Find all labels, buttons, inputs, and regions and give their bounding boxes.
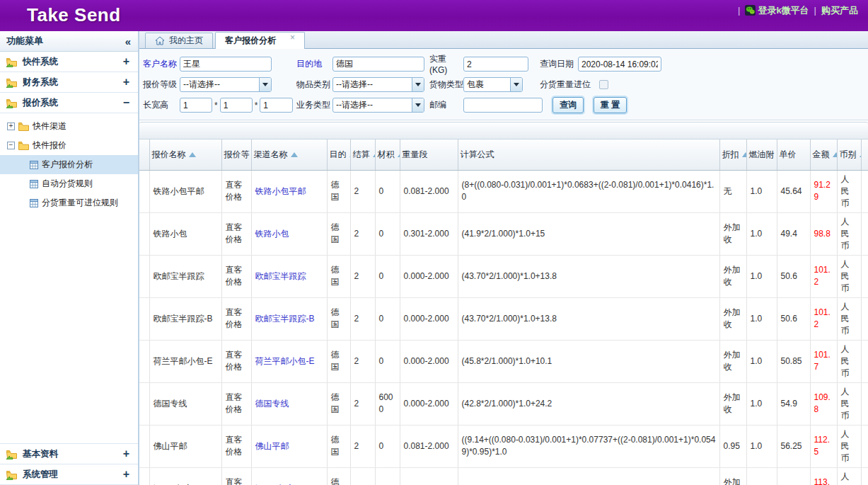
expand-plus-icon[interactable]: + xyxy=(123,57,129,66)
cell-unit_price: 50.6 xyxy=(777,297,810,340)
destination-input[interactable] xyxy=(332,57,424,72)
reset-button[interactable]: 重 置 xyxy=(594,97,627,113)
query-date-label: 查询日期 xyxy=(540,58,578,70)
sidebar-item-自动分货规则[interactable]: 自动分货规则 xyxy=(0,174,138,193)
destination-label[interactable]: 目的地 xyxy=(296,58,332,70)
column-header-金额[interactable]: 金额 xyxy=(810,139,837,170)
height-input[interactable] xyxy=(260,98,293,113)
cell-amount: 113.98 xyxy=(810,467,837,485)
sidebar-section-label: 基本资料 xyxy=(23,448,58,460)
table-row[interactable]: 江西E邮宝直客价格江西E邮宝德国200.500-2.000((60*2/1.00… xyxy=(139,467,868,485)
channel-link[interactable]: 铁路小包 xyxy=(255,229,289,239)
sidebar-item-客户报价分析[interactable]: 客户报价分析 xyxy=(0,155,138,174)
cell-discount: 外加收 xyxy=(719,382,746,425)
column-header-结算[interactable]: 结算 xyxy=(350,139,375,170)
tab-我的主页[interactable]: 我的主页 xyxy=(145,33,213,48)
channel-link[interactable]: 德国专线 xyxy=(255,399,289,409)
app-window: Take Send |登录k微平台|购买产品 功能菜单 « 快件系统+财务系统+… xyxy=(0,0,868,485)
cell-volume: 0 xyxy=(375,212,400,255)
cell-fuel: 1.0 xyxy=(746,212,777,255)
cell-blank xyxy=(861,382,868,425)
wechat-icon xyxy=(745,5,756,16)
table-row[interactable]: 铁路小包平邮直客价格铁路小包平邮德国200.081-2.000(8+((0.08… xyxy=(139,170,868,212)
sort-asc-icon[interactable] xyxy=(742,152,747,157)
search-button[interactable]: 查询 xyxy=(552,97,584,113)
sort-asc-icon[interactable] xyxy=(373,152,376,157)
tree-collapse-icon[interactable]: − xyxy=(7,142,15,149)
cell-channel: 铁路小包平邮 xyxy=(251,170,327,212)
collapse-minus-icon[interactable]: − xyxy=(123,98,129,107)
cell-fuel: 1.0 xyxy=(746,340,777,382)
sidebar-item-快件渠道[interactable]: +快件渠道 xyxy=(0,117,138,136)
cell-currency: 人民币 xyxy=(837,297,861,340)
column-header-渠道名称[interactable]: 渠道名称 xyxy=(251,139,327,170)
length-input[interactable] xyxy=(180,98,212,113)
cell-destination: 德国 xyxy=(327,255,350,297)
cell-currency: 人民币 xyxy=(837,212,861,255)
cell-discount: 0.95 xyxy=(719,425,746,467)
sidebar-section-报价系统[interactable]: 报价系统− xyxy=(0,93,138,113)
sort-asc-icon[interactable] xyxy=(398,152,400,157)
channel-link[interactable]: 荷兰平邮小包-E xyxy=(255,356,315,366)
width-input[interactable] xyxy=(220,98,253,113)
close-icon[interactable]: × xyxy=(290,33,295,41)
sidebar-section-基本资料[interactable]: 基本资料+ xyxy=(0,444,138,464)
query-date-input[interactable] xyxy=(578,57,661,72)
customer-name-input[interactable] xyxy=(180,57,272,72)
column-header-报价等[interactable]: 报价等 xyxy=(221,139,251,170)
login-kwei-link[interactable]: 登录k微平台 xyxy=(745,4,809,17)
weight-input[interactable] xyxy=(463,57,528,72)
expand-plus-icon[interactable]: + xyxy=(123,470,129,479)
column-header-燃油附[interactable]: 燃油附 xyxy=(746,139,777,170)
table-row[interactable]: 德国专线直客价格德国专线德国260000.000-2.000(42.8*2/1.… xyxy=(139,382,868,425)
buy-product-link[interactable]: 购买产品 xyxy=(821,4,858,17)
sort-asc-icon[interactable] xyxy=(833,152,838,157)
folder-icon xyxy=(18,141,29,150)
sidebar-section-财务系统[interactable]: 财务系统+ xyxy=(0,72,138,93)
cell-formula: (45.8*2/1.000)*1.0+10.1 xyxy=(458,340,719,382)
customer-name-label[interactable]: 客户名称 xyxy=(143,58,180,70)
column-header-材积[interactable]: 材积 xyxy=(375,139,400,170)
sidebar-section-快件系统[interactable]: 快件系统+ xyxy=(0,52,138,72)
column-label: 报价名称 xyxy=(152,149,186,161)
tree-item-label: 自动分货规则 xyxy=(42,178,93,190)
column-header-目的[interactable]: 目的 xyxy=(327,139,350,170)
expand-plus-icon[interactable]: + xyxy=(123,450,129,458)
channel-link[interactable]: 欧邮宝半跟踪 xyxy=(255,271,306,281)
sidebar-section-系统管理[interactable]: 系统管理+ xyxy=(0,464,138,485)
sort-asc-icon[interactable] xyxy=(291,152,298,157)
sidebar-collapse-icon[interactable]: « xyxy=(125,35,131,47)
table-row[interactable]: 铁路小包直客价格铁路小包德国200.301-2.000(41.9*2/1.000… xyxy=(139,212,868,255)
tree-expand-icon[interactable]: + xyxy=(7,122,15,130)
postcode-input[interactable] xyxy=(463,98,543,113)
channel-link[interactable]: 欧邮宝半跟踪-B xyxy=(255,314,315,324)
sort-asc-icon[interactable] xyxy=(189,152,196,157)
quote-grade-select[interactable]: --请选择-- xyxy=(180,77,272,92)
tab-客户报价分析[interactable]: 客户报价分析× xyxy=(215,32,305,49)
expand-plus-icon[interactable]: + xyxy=(123,78,129,86)
column-header-单价[interactable]: 单价 xyxy=(777,139,810,170)
channel-link[interactable]: 铁路小包平邮 xyxy=(255,186,306,196)
folder-arrow-icon xyxy=(6,98,18,108)
table-row[interactable]: 欧邮宝半跟踪-B直客价格欧邮宝半跟踪-B德国200.000-2.000(43.7… xyxy=(139,297,868,340)
tree-item-label: 分货重量可进位规则 xyxy=(42,197,118,209)
business-type-select[interactable]: --请选择-- xyxy=(332,98,424,113)
top-links: |登录k微平台|购买产品 xyxy=(738,0,868,17)
column-header-折扣[interactable]: 折扣 xyxy=(719,139,746,170)
table-row[interactable]: 欧邮宝半跟踪直客价格欧邮宝半跟踪德国200.000-2.000(43.70*2/… xyxy=(139,255,868,297)
column-header-重量段[interactable]: 重量段 xyxy=(400,139,458,170)
rounding-checkbox[interactable] xyxy=(599,80,608,89)
table-header-row: 报价名称报价等渠道名称目的结算材积重量段计算公式折扣燃油附单价金额币别 xyxy=(139,139,868,170)
sidebar-item-快件报价[interactable]: −快件报价 xyxy=(0,136,138,155)
column-header-报价名称[interactable]: 报价名称 xyxy=(149,139,221,170)
column-header-币别[interactable]: 币别 xyxy=(837,139,861,170)
sidebar-item-分货重量可进位规则[interactable]: 分货重量可进位规则 xyxy=(0,193,138,212)
channel-link[interactable]: 佛山平邮 xyxy=(255,441,289,451)
table-row[interactable]: 荷兰平邮小包-E直客价格荷兰平邮小包-E德国200.000-2.000(45.8… xyxy=(139,340,868,382)
table-row[interactable]: 佛山平邮直客价格佛山平邮德国200.081-2.000((9.14+((0.08… xyxy=(139,425,868,467)
postcode-label: 邮编 xyxy=(429,99,463,111)
column-header-计算公式[interactable]: 计算公式 xyxy=(458,139,719,170)
cargo-type-select[interactable]: 包裹 xyxy=(463,77,523,92)
sidebar-sections-top: 快件系统+财务系统+报价系统− xyxy=(0,52,138,113)
item-type-select[interactable]: --请选择-- xyxy=(332,77,424,92)
